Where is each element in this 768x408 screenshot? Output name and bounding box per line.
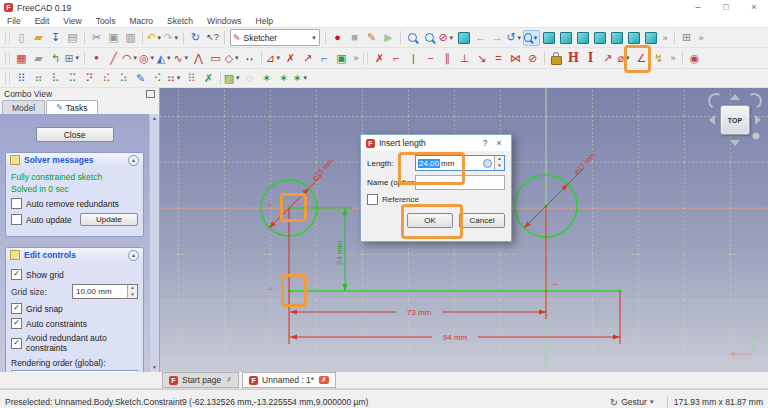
constraint-vertical-icon[interactable]: | [405,50,422,66]
insert-knot-icon[interactable]: ⠿ [183,70,200,86]
conic-icon[interactable]: ◭▼ [156,50,173,66]
sync-view-icon[interactable]: ⊞ [678,30,695,46]
decrease-knot-multiplicity-icon[interactable]: ⠶▼ [166,70,183,86]
constraint-symmetric-icon[interactable]: ⋈ [507,50,524,66]
decrease-bspline-degree-icon[interactable]: ✎ [132,70,149,86]
constraint-distance-icon[interactable]: ↗ [599,50,616,66]
name-input[interactable] [415,175,505,190]
dim-94-label[interactable]: 94 mm [443,333,468,342]
nav-menu-icon[interactable] [752,132,760,140]
grid-size-spin-buttons[interactable]: ▲ ▼ [127,285,137,298]
workbench-selector[interactable]: ✎Sketcher▼ [230,29,320,46]
tab-model[interactable]: Model [2,100,45,114]
length-input[interactable]: 24.00 mm ▲ ▼ [415,155,505,171]
spin-down-icon[interactable]: ▼ [128,292,137,299]
navigation-style-button[interactable]: Gestur [621,397,647,407]
join-curves-icon[interactable]: ✗ [200,70,217,86]
minimize-button[interactable]: – [684,0,712,15]
select-elements-icon[interactable]: ▨▼ [224,70,241,86]
dialog-close-button[interactable]: × [492,138,506,148]
tab-tasks[interactable]: ✎ Tasks [46,100,97,114]
nav-forward-icon[interactable]: → [489,30,506,46]
fillet-icon[interactable]: ⊿▼ [265,50,282,66]
create-sketch-icon[interactable]: ▦ [13,50,30,66]
nav-back-icon[interactable]: ← [472,30,489,46]
constraint-parallel-icon[interactable]: ∥ [439,50,456,66]
float-panel-icon[interactable] [146,90,155,98]
rectangle-icon[interactable]: ▭ [207,50,224,66]
clone-icon[interactable]: ✶▼ [292,70,309,86]
expression-icon[interactable] [483,159,492,168]
scroll-up-icon[interactable]: ▲ [152,114,157,123]
extend-icon[interactable]: ↗ [299,50,316,66]
right-view-icon[interactable] [591,30,608,46]
3d-viewport[interactable]: 24 mm 73 mm 94 mm ⌀15 mm ⌀17 mm [160,88,768,372]
constraint-marker[interactable]: ⊥ [267,202,272,208]
auto-remove-redundants-checkbox[interactable] [11,198,22,209]
panel-scrollbar[interactable]: ▲ ▼ [149,114,159,372]
constraint-perpendicular-icon[interactable]: ⊥ [456,50,473,66]
list-item[interactable]: Normal Geometry [12,371,137,372]
grid-size-stepper[interactable]: 10.00 mm ▲ ▼ [72,284,138,299]
external-geometry-icon[interactable]: ⌐ [316,50,333,66]
leave-sketch-icon[interactable]: ↰ [47,50,64,66]
toolbar-grip[interactable] [363,52,368,65]
symmetry-icon[interactable]: ✶ [275,70,292,86]
axonometric-view-icon[interactable] [540,30,557,46]
copy-icon[interactable]: ▣ [105,30,122,46]
show-grid-checkbox[interactable]: ✓ [11,269,22,280]
tab-start-page[interactable]: F Start page ✗ [162,372,239,388]
constraint-tangent-icon[interactable]: ↘ [473,50,490,66]
constraint-point-on-object-icon[interactable]: ⌐ [388,50,405,66]
rendering-order-list[interactable]: Normal GeometryConstruction GeometryExte… [11,370,138,372]
view-toolbar-overflow-icon[interactable]: » [659,33,671,43]
nav-style-icon[interactable]: ↺▼ [506,30,523,46]
menu-help[interactable]: Help [249,16,280,26]
constraint-marker[interactable]: ⊥ [268,285,273,291]
menu-edit[interactable]: Edit [28,16,57,26]
update-button[interactable]: Update [80,213,138,226]
bspline-pole-weight-icon[interactable]: ⠝ [81,70,98,86]
menu-sketch[interactable]: Sketch [160,16,200,26]
switch-virtual-space-icon[interactable]: ✶ [258,70,275,86]
redo-icon[interactable]: ↷▼ [163,30,180,46]
arc-icon[interactable]: ◠▼ [122,50,139,66]
nav-left-icon[interactable] [709,115,715,125]
constraint-marker[interactable]: − [553,280,558,289]
spin-down-icon[interactable]: ▼ [495,163,504,170]
cancel-button[interactable]: Cancel [459,213,505,228]
toggle-driving-constraint-icon[interactable]: ◉ [686,50,703,66]
length-spin-buttons[interactable]: ▲ ▼ [494,156,504,170]
refresh-icon[interactable]: ↻ [187,30,204,46]
avoid-redundant-checkbox[interactable]: ✓ [11,338,22,349]
undo-icon[interactable]: ↶▼ [146,30,163,46]
bspline-degree-icon[interactable]: ⠿ [13,70,30,86]
increase-bspline-degree-icon[interactable]: ⠵ [115,70,132,86]
cut-icon[interactable]: ✂ [88,30,105,46]
reference-checkbox[interactable] [367,194,378,205]
constraint-vertical-distance-icon[interactable]: I [582,50,599,66]
bspline-control-polygon-icon[interactable]: ⠶ [30,70,47,86]
polygon-icon[interactable]: ◇▼ [224,50,241,66]
toolbar-grip[interactable] [5,52,10,65]
close-tab-icon[interactable]: ✗ [226,376,232,384]
geometry-toolbar-overflow-icon[interactable]: » [350,53,362,63]
nav-right-icon[interactable] [755,115,761,125]
slot-icon[interactable]: ◖◗ [241,50,258,66]
bspline-comb-icon[interactable]: ⠧ [47,70,64,86]
macro-record-icon[interactable]: ● [329,30,346,46]
constraint-angle-icon[interactable]: ∠ [633,50,650,66]
save-icon[interactable]: ↧ [47,30,64,46]
constraint-equal-icon[interactable]: = [490,50,507,66]
circle-icon[interactable]: ◎▼ [139,50,156,66]
show-hide-geometry-icon[interactable]: ◌ [241,70,258,86]
window-toolbar-overflow-icon[interactable]: » [695,33,707,43]
left-view-icon[interactable] [642,30,659,46]
new-file-icon[interactable]: ▯ [13,30,30,46]
line-icon[interactable]: ╱ [105,50,122,66]
grid-snap-checkbox[interactable]: ✓ [11,303,22,314]
edit-controls-header[interactable]: Edit controls ▲ [6,248,143,262]
close-task-button[interactable]: Close [36,127,114,142]
menu-tools[interactable]: Tools [89,16,123,26]
dim-73-label[interactable]: 73 mm [407,308,432,317]
